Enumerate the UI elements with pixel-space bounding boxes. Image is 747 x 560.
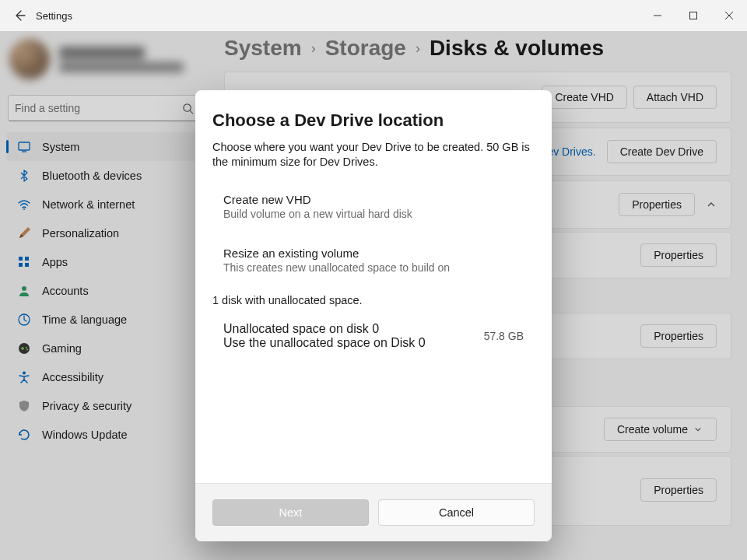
minimize-button[interactable] [640, 0, 675, 31]
disk-option-subtitle: Use the unallocated space on Disk 0 [223, 336, 484, 350]
option-subtitle: Build volume on a new virtual hard disk [223, 208, 524, 220]
option-resize-volume[interactable]: Resize an existing volume This creates n… [212, 240, 535, 280]
back-arrow-icon [13, 9, 26, 22]
option-unallocated-disk0[interactable]: Unallocated space on disk 0 Use the unal… [212, 316, 535, 356]
next-button[interactable]: Next [212, 499, 369, 526]
maximize-button[interactable] [675, 0, 711, 31]
unallocated-section-label: 1 disk with unallocated space. [212, 294, 535, 306]
option-create-new-vhd[interactable]: Create new VHD Build volume on a new vir… [212, 187, 535, 226]
dev-drive-location-dialog: Choose a Dev Drive location Choose where… [195, 90, 552, 541]
disk-option-title: Unallocated space on disk 0 [223, 322, 484, 336]
close-button[interactable] [711, 0, 747, 31]
back-button[interactable] [6, 2, 33, 29]
maximize-icon [689, 12, 697, 19]
option-subtitle: This creates new unallocated space to bu… [223, 261, 524, 274]
cancel-button[interactable]: Cancel [378, 499, 535, 526]
option-title: Resize an existing volume [223, 247, 524, 260]
dialog-description: Choose where you want your Dev Drive to … [212, 140, 535, 170]
minimize-icon [654, 12, 661, 19]
disk-option-size: 57.8 GB [484, 330, 524, 342]
svg-rect-1 [690, 12, 697, 19]
window-title: Settings [36, 10, 72, 22]
dialog-title: Choose a Dev Drive location [212, 110, 535, 131]
modal-overlay: Choose a Dev Drive location Choose where… [0, 31, 747, 560]
close-icon [725, 12, 733, 19]
option-title: Create new VHD [223, 193, 524, 206]
